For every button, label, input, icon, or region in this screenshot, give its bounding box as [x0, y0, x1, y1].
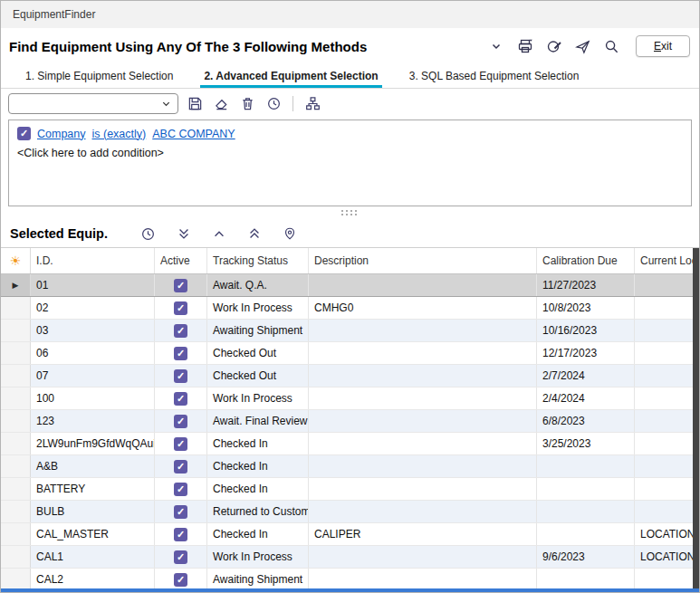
row-selector-cell[interactable] [1, 501, 31, 522]
check-icon: ✓ [177, 552, 185, 562]
condition-builder-icon[interactable] [302, 93, 322, 113]
condition-field-link[interactable]: Company [37, 128, 86, 140]
column-header-id[interactable]: I.D. [31, 248, 155, 273]
cell-calibration-due: 2/7/2024 [537, 365, 635, 387]
table-row[interactable]: 123✓Await. Final Review6/8/2023 [1, 410, 699, 433]
column-header-description[interactable]: Description [309, 248, 537, 273]
active-checkbox[interactable]: ✓ [174, 392, 187, 406]
tab-advanced-equipment-selection[interactable]: 2. Advanced Equipment Selection [202, 64, 379, 88]
location-pin-icon[interactable] [280, 224, 300, 244]
row-selector-cell[interactable] [1, 320, 31, 341]
cell-active: ✓ [155, 274, 207, 296]
chevron-down-icon[interactable] [485, 35, 507, 57]
condition-value-link[interactable]: ABC COMPANY [152, 128, 235, 140]
cell-description: CMHG0 [309, 297, 537, 319]
cell-active: ✓ [155, 387, 207, 409]
send-icon[interactable] [572, 35, 594, 57]
splitter-handle[interactable] [1, 206, 699, 220]
active-checkbox[interactable]: ✓ [174, 483, 187, 496]
double-chevron-down-icon[interactable] [174, 224, 194, 244]
table-row[interactable]: CAL1✓Work In Process9/6/2023LOCATION 1 [1, 546, 699, 569]
search-icon[interactable] [601, 35, 623, 57]
history-icon[interactable] [264, 93, 283, 113]
eraser-icon[interactable] [211, 93, 231, 113]
equipment-finder-window: { "window": { "title": "EquipmentFinder"… [0, 0, 700, 593]
table-row[interactable]: 100✓Work In Process2/4/2024 [1, 387, 699, 410]
active-checkbox[interactable]: ✓ [174, 347, 187, 360]
chevron-up-icon[interactable] [209, 224, 229, 244]
active-checkbox[interactable]: ✓ [174, 324, 187, 338]
row-selector-cell[interactable] [1, 342, 31, 364]
active-checkbox[interactable]: ✓ [174, 550, 187, 564]
grid-corner-cell[interactable]: ☀ [1, 248, 31, 273]
row-selector-cell[interactable] [1, 546, 31, 568]
cell-current-location [635, 410, 699, 432]
table-row[interactable]: 03✓Awaiting Shipment10/16/2023 [1, 320, 699, 342]
save-icon[interactable] [185, 93, 205, 113]
active-checkbox[interactable]: ✓ [174, 505, 187, 519]
active-checkbox[interactable]: ✓ [174, 301, 187, 315]
table-row[interactable]: BULB✓Returned to Customer [1, 501, 699, 523]
history-icon[interactable] [139, 224, 158, 244]
condition-checkbox[interactable]: ✓ [17, 127, 31, 140]
exit-button[interactable]: Exit [636, 35, 690, 57]
check-icon: ✓ [177, 462, 185, 472]
table-row[interactable]: 06✓Checked Out12/17/2023 [1, 342, 699, 365]
cell-description [309, 501, 537, 522]
table-row[interactable]: ▶01✓Await. Q.A.11/27/2023 [1, 274, 699, 297]
active-checkbox[interactable]: ✓ [174, 415, 187, 428]
check-icon: ✓ [177, 326, 185, 336]
cell-description: CALIPER [309, 523, 537, 545]
active-checkbox[interactable]: ✓ [174, 279, 187, 292]
table-row[interactable]: A&B✓Checked In [1, 455, 699, 478]
column-header-active[interactable]: Active [155, 248, 207, 273]
cell-description [309, 546, 537, 568]
print-icon[interactable] [514, 35, 536, 57]
row-selector-cell[interactable] [1, 365, 31, 387]
row-selector-cell[interactable] [1, 387, 31, 409]
active-checkbox[interactable]: ✓ [174, 369, 187, 383]
tab-simple-equipment-selection[interactable]: 1. Simple Equipment Selection [24, 64, 175, 88]
table-row[interactable]: BATTERY✓Checked In [1, 478, 699, 501]
condition-panel[interactable]: ✓ Company is (exactly) ABC COMPANY <Clic… [8, 120, 692, 206]
tab-sql-based-equipment-selection[interactable]: 3. SQL Based Equipment Selection [408, 64, 581, 88]
row-selector-cell[interactable]: ▶ [1, 274, 31, 296]
row-selector-cell[interactable] [1, 569, 31, 590]
vertical-scrollbar[interactable] [693, 248, 699, 591]
table-row[interactable]: 2LW9unFm9GfdWqQAuiF✓Checked In3/25/2023 [1, 433, 699, 455]
column-header-calibration-due[interactable]: Calibration Due [537, 248, 635, 273]
column-header-current-location[interactable]: Current Location [635, 248, 699, 273]
row-selector-cell[interactable] [1, 297, 31, 319]
saved-filter-combobox[interactable] [8, 93, 178, 114]
active-checkbox[interactable]: ✓ [174, 528, 187, 541]
table-row[interactable]: CAL_MASTER✓Checked InCALIPERLOCATION 1 [1, 523, 699, 546]
column-header-tracking-status[interactable]: Tracking Status [207, 248, 309, 273]
row-selector-cell[interactable] [1, 410, 31, 432]
active-checkbox[interactable]: ✓ [174, 460, 187, 473]
cell-tracking-status: Awaiting Shipment [207, 569, 309, 590]
condition-operator-link[interactable]: is (exactly) [92, 128, 147, 140]
combo-chevron-down-icon[interactable] [161, 99, 171, 109]
row-selector-cell[interactable] [1, 478, 31, 500]
horizontal-scrollbar[interactable] [1, 588, 699, 592]
active-checkbox[interactable]: ✓ [174, 437, 187, 451]
double-chevron-up-icon[interactable] [245, 224, 264, 244]
annotate-icon[interactable] [543, 35, 565, 57]
cell-active: ✓ [155, 297, 207, 319]
row-selector-cell[interactable] [1, 433, 31, 454]
splitter-grip-icon [341, 210, 360, 217]
row-selector-cell[interactable] [1, 523, 31, 545]
table-row[interactable]: 02✓Work In ProcessCMHG010/8/2023 [1, 297, 699, 320]
delete-icon[interactable] [237, 93, 257, 113]
row-selector-cell[interactable] [1, 455, 31, 477]
cell-description [309, 410, 537, 432]
check-icon: ✓ [177, 439, 185, 449]
add-condition-prompt[interactable]: <Click here to add condition> [17, 147, 683, 159]
cell-calibration-due: 6/8/2023 [537, 410, 635, 432]
cell-description [309, 342, 537, 364]
table-row[interactable]: 07✓Checked Out2/7/2024 [1, 365, 699, 387]
check-icon: ✓ [20, 129, 28, 139]
cell-active: ✓ [155, 569, 207, 590]
cell-description [309, 478, 537, 500]
active-checkbox[interactable]: ✓ [174, 573, 187, 587]
